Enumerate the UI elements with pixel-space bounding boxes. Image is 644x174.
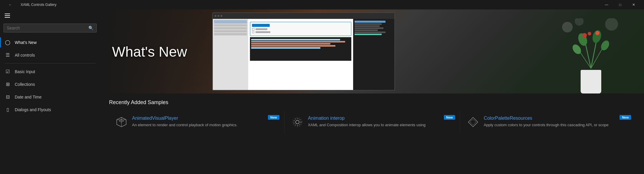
card-animation-interop[interactable]: New Animation interop XAML and Compositi… — [285, 111, 459, 133]
svg-point-10 — [588, 32, 591, 35]
laptop-body — [213, 19, 394, 90]
plant-vase — [581, 70, 601, 93]
nav-divider — [5, 63, 95, 63]
card-title-1: Animation interop — [308, 116, 454, 121]
hero-laptop-graphic — [212, 12, 395, 91]
minimize-button[interactable]: — — [600, 0, 613, 9]
close-button[interactable]: ✕ — [627, 0, 640, 9]
laptop-radio-row — [252, 31, 349, 33]
card-desc-0: An element to render and control playbac… — [132, 122, 278, 128]
card-header-1: Animation interop XAML and Composition i… — [291, 116, 454, 129]
card-divider-0 — [284, 111, 284, 133]
animation-interop-icon — [291, 116, 304, 129]
sidebar-item-date-and-time[interactable]: ⊟ Date and Time — [0, 91, 100, 103]
sidebar-label-dialogs-and-flyouts: Dialogs and Flyouts — [15, 107, 51, 112]
card-title-2: ColorPaletteResources — [484, 116, 629, 121]
laptop-sidebar-row-1 — [214, 20, 247, 24]
svg-point-8 — [582, 33, 587, 38]
maximize-button[interactable]: □ — [613, 0, 627, 9]
laptop-code-area — [250, 37, 351, 61]
sidebar-label-collections: Collections — [15, 82, 35, 87]
toolbar-dot-2 — [218, 15, 219, 17]
card-divider-1 — [460, 111, 460, 133]
svg-point-7 — [599, 39, 611, 52]
titlebar: ← XAML Controls Gallery — □ ✕ — [0, 0, 644, 9]
svg-line-1 — [591, 39, 597, 68]
hamburger-icon — [5, 14, 10, 18]
code-line-1 — [251, 39, 340, 40]
content-area: What's New Recently Added Samples New — [100, 9, 644, 174]
search-input[interactable] — [7, 26, 86, 30]
hamburger-line-2 — [5, 15, 10, 16]
laptop-checkbox-row — [252, 28, 349, 30]
all-controls-icon: ☰ — [5, 52, 11, 58]
app-body: 🔍 ◯ What's New ☰ All controls ☑ Basic In… — [0, 9, 644, 174]
laptop-button-sample — [252, 24, 270, 27]
svg-marker-22 — [470, 119, 476, 125]
gear-icon-svg — [291, 116, 303, 128]
laptop-main-inner — [248, 19, 353, 90]
card-animated-visual-player[interactable]: New AnimatedVisualPlayer — [109, 111, 284, 133]
laptop-radio-label — [256, 31, 270, 33]
laptop-ui-box — [250, 22, 351, 36]
card-title-area-1: Animation interop XAML and Composition i… — [308, 116, 454, 128]
collections-icon: ⊞ — [5, 81, 11, 87]
hero-banner: What's New — [100, 9, 644, 93]
laptop-sidebar-row-4 — [214, 30, 247, 32]
svg-point-12 — [605, 18, 618, 31]
svg-point-9 — [595, 31, 599, 35]
back-button[interactable]: ← — [4, 0, 17, 9]
toolbar-dot-1 — [215, 15, 216, 17]
hero-plant — [561, 29, 620, 93]
card-title-area-0: AnimatedVisualPlayer An element to rende… — [132, 116, 278, 128]
svg-point-20 — [293, 117, 302, 127]
window-controls: — □ ✕ — [600, 0, 640, 9]
search-container: 🔍 — [0, 22, 100, 36]
svg-point-18 — [296, 120, 299, 124]
sidebar-item-collections[interactable]: ⊞ Collections — [0, 78, 100, 91]
recently-added-section: Recently Added Samples New — [100, 93, 644, 174]
laptop-sidebar-row-2 — [214, 24, 247, 27]
svg-point-19 — [294, 119, 301, 126]
card-color-palette-resources[interactable]: New ColorPaletteResources Apply custom c… — [461, 111, 635, 133]
new-badge-1: New — [444, 115, 455, 120]
search-icon: 🔍 — [88, 26, 93, 30]
cards-row: New AnimatedVisualPlayer — [109, 111, 635, 133]
hamburger-line-1 — [5, 14, 10, 14]
hamburger-line-3 — [5, 17, 10, 18]
dialogs-icon: ▯ — [5, 107, 11, 112]
sidebar-item-basic-input[interactable]: ☑ Basic Input — [0, 65, 100, 78]
svg-point-13 — [575, 18, 584, 26]
code-line-4 — [251, 45, 335, 47]
card-title-area-2: ColorPaletteResources Apply custom color… — [484, 116, 629, 128]
animated-visual-player-icon — [115, 116, 128, 129]
sidebar-item-dialogs-and-flyouts[interactable]: ▯ Dialogs and Flyouts — [0, 103, 100, 116]
whats-new-icon: ◯ — [5, 40, 11, 45]
code-line-5 — [251, 47, 320, 49]
card-desc-1: XAML and Composition interop allows you … — [308, 122, 454, 128]
basic-input-icon: ☑ — [5, 69, 11, 74]
card-desc-2: Apply custom colors to your controls thr… — [484, 122, 629, 128]
hamburger-menu[interactable] — [0, 9, 100, 22]
laptop-solution-explorer — [353, 19, 394, 90]
card-header-0: AnimatedVisualPlayer An element to rende… — [115, 116, 278, 129]
new-badge-2: New — [620, 115, 631, 120]
sidebar-label-whats-new: What's New — [15, 40, 37, 45]
search-box[interactable]: 🔍 — [4, 24, 97, 32]
svg-point-11 — [562, 22, 573, 32]
card-title-0: AnimatedVisualPlayer — [132, 116, 278, 121]
card-header-2: ColorPaletteResources Apply custom color… — [467, 116, 629, 129]
diamond-icon-svg — [467, 116, 479, 128]
laptop-sidebar-row-3 — [214, 27, 247, 29]
laptop-checkbox — [252, 28, 254, 30]
sidebar-item-whats-new[interactable]: ◯ What's New — [0, 36, 100, 49]
color-palette-icon — [467, 116, 480, 129]
code-line-2 — [251, 41, 345, 42]
sidebar-label-all-controls: All controls — [15, 53, 35, 58]
sidebar-label-date-and-time: Date and Time — [15, 95, 42, 99]
new-badge-0: New — [268, 115, 279, 120]
titlebar-left: ← XAML Controls Gallery — [4, 0, 57, 9]
laptop-sidebar-inner — [213, 19, 248, 90]
date-time-icon: ⊟ — [5, 94, 11, 100]
sidebar-item-all-controls[interactable]: ☰ All controls — [0, 49, 100, 61]
